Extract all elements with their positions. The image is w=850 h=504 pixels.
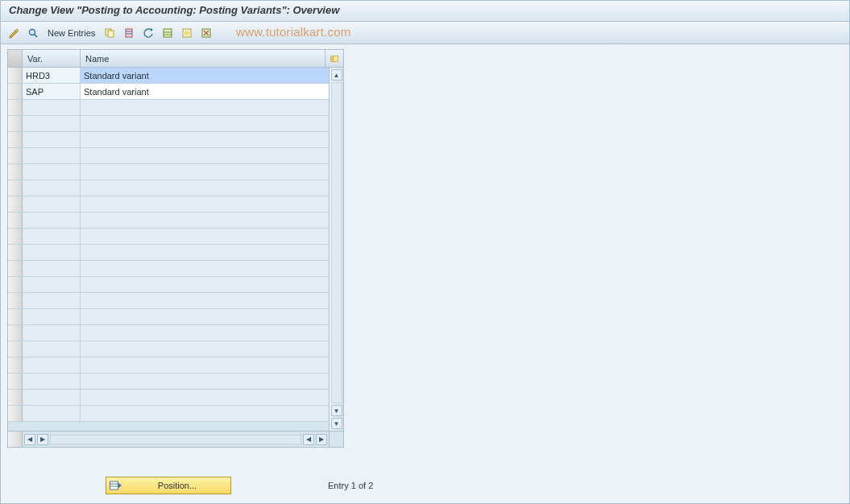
cell-var-empty[interactable] bbox=[23, 406, 81, 421]
table-row-empty[interactable] bbox=[8, 261, 329, 277]
table-row[interactable]: HRD3 Standard variant bbox=[8, 68, 329, 84]
cell-var-empty[interactable] bbox=[23, 293, 81, 308]
table-row-empty[interactable] bbox=[8, 341, 329, 357]
table-row-empty[interactable] bbox=[8, 357, 329, 374]
row-marker[interactable] bbox=[8, 293, 23, 308]
scroll-left2-icon[interactable]: ◀ bbox=[303, 434, 314, 445]
row-marker[interactable] bbox=[8, 180, 23, 196]
cell-var-empty[interactable] bbox=[23, 116, 81, 131]
cell-var-empty[interactable] bbox=[23, 229, 81, 244]
table-row-empty[interactable] bbox=[8, 406, 329, 422]
cell-var-empty[interactable] bbox=[23, 100, 81, 115]
cell-var[interactable]: SAP bbox=[23, 84, 81, 99]
cell-name-empty[interactable] bbox=[81, 341, 329, 357]
cell-var-empty[interactable] bbox=[23, 309, 81, 324]
row-marker[interactable] bbox=[8, 164, 23, 180]
table-row-empty[interactable] bbox=[8, 229, 329, 245]
table-row-empty[interactable] bbox=[8, 132, 329, 148]
row-marker[interactable] bbox=[8, 374, 23, 389]
table-row-empty[interactable] bbox=[8, 116, 329, 132]
cell-name-empty[interactable] bbox=[81, 164, 329, 180]
table-row-empty[interactable] bbox=[8, 180, 329, 196]
cell-name-empty[interactable] bbox=[81, 116, 329, 131]
cell-var-empty[interactable] bbox=[23, 341, 81, 357]
cell-name-empty[interactable] bbox=[81, 293, 329, 308]
table-row-empty[interactable] bbox=[8, 309, 329, 325]
cell-var-empty[interactable] bbox=[23, 277, 81, 292]
scroll-down-icon[interactable]: ▼ bbox=[331, 405, 342, 416]
cell-var[interactable]: HRD3 bbox=[23, 68, 81, 83]
scroll-down2-icon[interactable]: ▼ bbox=[331, 418, 342, 429]
cell-var-empty[interactable] bbox=[23, 148, 81, 163]
table-row-empty[interactable] bbox=[8, 277, 329, 293]
cell-var-empty[interactable] bbox=[23, 261, 81, 276]
row-marker[interactable] bbox=[8, 196, 23, 212]
cell-var-empty[interactable] bbox=[23, 196, 81, 212]
table-row-empty[interactable] bbox=[8, 293, 329, 309]
row-marker[interactable] bbox=[8, 148, 23, 163]
row-marker-header[interactable] bbox=[8, 50, 23, 67]
row-marker[interactable] bbox=[8, 84, 23, 99]
cell-var-empty[interactable] bbox=[23, 357, 81, 373]
other-view-icon[interactable] bbox=[25, 25, 41, 41]
cell-name-empty[interactable] bbox=[81, 196, 329, 212]
cell-name-empty[interactable] bbox=[81, 100, 329, 115]
cell-name-empty[interactable] bbox=[81, 213, 329, 228]
horizontal-scrollbar[interactable]: ◀ ▶ ◀ ▶ bbox=[23, 434, 329, 445]
table-row-empty[interactable] bbox=[8, 374, 329, 390]
cell-name-empty[interactable] bbox=[81, 261, 329, 276]
row-marker[interactable] bbox=[8, 406, 23, 421]
row-marker[interactable] bbox=[8, 357, 23, 373]
cell-name-empty[interactable] bbox=[81, 277, 329, 292]
cell-name-empty[interactable] bbox=[81, 406, 329, 421]
cell-name-empty[interactable] bbox=[81, 374, 329, 389]
row-marker[interactable] bbox=[8, 277, 23, 292]
cell-var-empty[interactable] bbox=[23, 180, 81, 196]
new-entries-button[interactable]: New Entries bbox=[44, 28, 98, 38]
row-marker[interactable] bbox=[8, 229, 23, 244]
cell-name-empty[interactable] bbox=[81, 148, 329, 163]
cell-var-empty[interactable] bbox=[23, 374, 81, 389]
copy-as-icon[interactable] bbox=[102, 25, 118, 41]
table-row-empty[interactable] bbox=[8, 196, 329, 213]
cell-name-empty[interactable] bbox=[81, 309, 329, 324]
cell-name-empty[interactable] bbox=[81, 325, 329, 341]
row-marker[interactable] bbox=[8, 213, 23, 228]
row-marker[interactable] bbox=[8, 116, 23, 131]
cell-var-empty[interactable] bbox=[23, 390, 81, 405]
delete-icon[interactable] bbox=[121, 25, 137, 41]
undo-change-icon[interactable] bbox=[140, 25, 156, 41]
row-marker[interactable] bbox=[8, 100, 23, 115]
cell-var-empty[interactable] bbox=[23, 164, 81, 180]
table-row-empty[interactable] bbox=[8, 213, 329, 229]
vertical-scrollbar[interactable]: ▲ ▼ ▼ bbox=[329, 68, 343, 431]
scroll-right-icon[interactable]: ▶ bbox=[37, 434, 48, 445]
row-marker[interactable] bbox=[8, 309, 23, 324]
deselect-all-icon[interactable] bbox=[198, 25, 214, 41]
table-row-empty[interactable] bbox=[8, 164, 329, 180]
table-row-empty[interactable] bbox=[8, 325, 329, 341]
table-row-empty[interactable] bbox=[8, 148, 329, 164]
cell-name-empty[interactable] bbox=[81, 229, 329, 244]
row-marker[interactable] bbox=[8, 68, 23, 83]
row-marker[interactable] bbox=[8, 390, 23, 405]
scroll-up-icon[interactable]: ▲ bbox=[331, 69, 342, 81]
table-row-empty[interactable] bbox=[8, 390, 329, 406]
row-marker[interactable] bbox=[8, 132, 23, 147]
row-marker[interactable] bbox=[8, 261, 23, 276]
scroll-track-vertical[interactable] bbox=[331, 82, 342, 403]
position-button[interactable]: Position... bbox=[106, 477, 231, 494]
cell-name-empty[interactable] bbox=[81, 132, 329, 147]
table-row-empty[interactable] bbox=[8, 100, 329, 116]
select-block-icon[interactable] bbox=[179, 25, 195, 41]
scroll-left-icon[interactable]: ◀ bbox=[24, 434, 35, 445]
cell-var-empty[interactable] bbox=[23, 325, 81, 341]
table-settings-icon[interactable] bbox=[325, 50, 343, 67]
cell-name-empty[interactable] bbox=[81, 390, 329, 405]
cell-name-empty[interactable] bbox=[81, 180, 329, 196]
scroll-right2-icon[interactable]: ▶ bbox=[316, 434, 327, 445]
cell-name-empty[interactable] bbox=[81, 245, 329, 260]
cell-name[interactable]: Standard variant bbox=[81, 84, 329, 99]
scroll-track-horizontal[interactable] bbox=[50, 435, 301, 444]
toggle-display-change-icon[interactable] bbox=[6, 25, 22, 41]
